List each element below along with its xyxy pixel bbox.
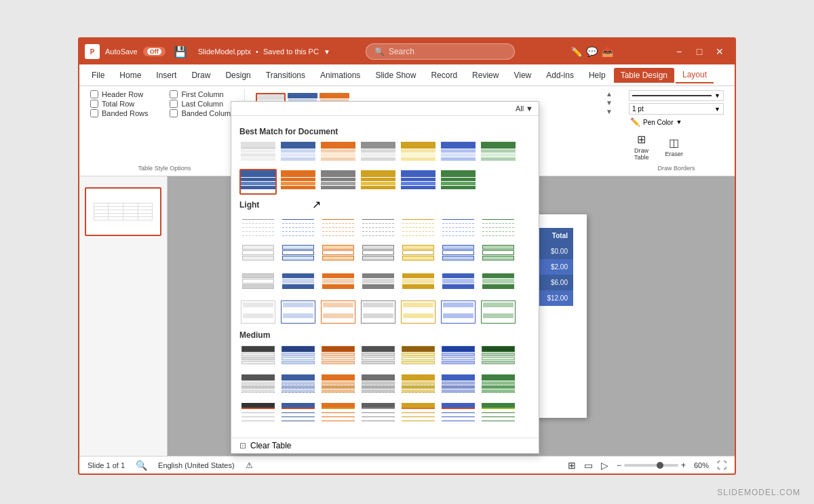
tab-record[interactable]: Record [424, 68, 464, 83]
clear-table-button[interactable]: ⊡ Clear Table [231, 438, 539, 453]
light-green-fill[interactable] [480, 271, 517, 296]
style-yellow2-header[interactable] [360, 169, 397, 195]
medium-green3[interactable] [480, 401, 517, 427]
medium-green2[interactable] [480, 372, 517, 398]
light-yellow-fill[interactable] [400, 271, 437, 296]
medium-blue3[interactable] [279, 401, 317, 427]
tab-help[interactable]: Help [582, 68, 613, 83]
medium-plain[interactable] [239, 344, 277, 370]
styles-scroll-up[interactable]: ▲ [606, 90, 613, 98]
tab-tabledesign[interactable]: Table Design [614, 68, 674, 83]
medium-orange[interactable] [319, 344, 357, 370]
light-plain-border[interactable] [239, 242, 277, 268]
eraser-button[interactable]: ◫ Eraser [660, 130, 689, 163]
banded-columns-check[interactable]: Banded Columns [170, 109, 238, 117]
style-green2-header[interactable] [440, 169, 477, 195]
medium-plain2[interactable] [239, 372, 277, 398]
light-blue-lines[interactable] [279, 214, 317, 239]
banded-rows-check[interactable]: Banded Rows [90, 109, 159, 117]
maximize-button[interactable]: □ [690, 42, 709, 61]
fit-slide-icon[interactable]: ⛶ [717, 460, 726, 471]
light-yellow-alt[interactable] [400, 299, 437, 325]
total-row-checkbox[interactable] [90, 100, 98, 108]
medium-orange2[interactable] [319, 372, 357, 398]
light-plain-alt[interactable] [239, 299, 277, 325]
medium-blue2b[interactable] [440, 372, 477, 398]
light-blue2-fill[interactable] [440, 271, 477, 296]
style-green-header[interactable] [480, 140, 517, 166]
light-blue2-border[interactable] [440, 242, 477, 268]
first-column-check[interactable]: First Column [170, 90, 238, 98]
styles-expand[interactable]: ▼ [606, 108, 613, 115]
tab-file[interactable]: File [85, 68, 111, 83]
light-orange-border[interactable] [319, 242, 357, 268]
medium-yellow3[interactable] [400, 401, 437, 427]
medium-blue2r[interactable] [279, 372, 317, 398]
medium-gray3[interactable] [360, 401, 397, 427]
light-orange-fill[interactable] [319, 271, 357, 296]
zoom-percent[interactable]: 60% [694, 461, 709, 469]
autosave-toggle[interactable]: Off [143, 47, 166, 56]
tab-draw[interactable]: Draw [185, 68, 217, 83]
zoom-track[interactable] [624, 464, 678, 467]
light-green-lines[interactable] [480, 214, 517, 239]
total-row-check[interactable]: Total Row [90, 100, 159, 108]
style-orange-header[interactable] [319, 140, 357, 166]
medium-orange3[interactable] [319, 401, 357, 427]
share-icon[interactable]: 📤 [602, 46, 613, 57]
style-blue2-header[interactable] [440, 140, 477, 166]
medium-blue2[interactable] [440, 344, 477, 370]
save-icon[interactable]: 💾 [174, 45, 187, 58]
tab-transitions[interactable]: Transitions [259, 68, 312, 83]
banded-columns-checkbox[interactable] [170, 109, 178, 117]
header-row-checkbox[interactable] [90, 90, 98, 98]
style-plain-white[interactable] [239, 140, 277, 166]
style-gray-header[interactable] [360, 140, 397, 166]
tab-animations[interactable]: Animations [313, 68, 367, 83]
filter-button[interactable]: All ▼ [516, 104, 533, 113]
view-presenter-icon[interactable]: ▷ [601, 460, 608, 471]
style-selected-blue[interactable] [239, 169, 277, 195]
tab-layout[interactable]: Layout [676, 67, 714, 83]
tab-review[interactable]: Review [465, 68, 505, 83]
light-plain-fill[interactable] [239, 271, 277, 296]
tab-view[interactable]: View [507, 68, 538, 83]
tab-home[interactable]: Home [113, 68, 148, 83]
zoom-minus-icon[interactable]: − [617, 461, 621, 470]
minimize-button[interactable]: − [670, 42, 689, 61]
dropdown-scroll-area[interactable]: Best Match for Document [231, 116, 539, 438]
slide-1-thumbnail[interactable] [85, 187, 161, 236]
first-column-checkbox[interactable] [170, 90, 178, 98]
last-column-check[interactable]: Last Column [170, 100, 238, 108]
light-gray-border[interactable] [360, 242, 397, 268]
draw-table-button[interactable]: ⊞ DrawTable [629, 130, 655, 163]
medium-yellow[interactable] [400, 344, 437, 370]
medium-yellow2[interactable] [400, 372, 437, 398]
view-grid-icon[interactable]: ⊞ [568, 460, 576, 471]
search-input[interactable] [389, 47, 497, 56]
light-blue-alt[interactable] [279, 299, 317, 325]
style-blue3-header[interactable] [279, 169, 317, 195]
zoom-thumb[interactable] [657, 462, 663, 469]
search-box[interactable]: 🔍 [366, 43, 515, 60]
style-indigo-header[interactable] [400, 169, 437, 195]
light-yellow-border[interactable] [400, 242, 437, 268]
light-plain[interactable] [239, 214, 277, 239]
medium-blue[interactable] [279, 344, 317, 370]
light-green-border[interactable] [480, 242, 517, 268]
view-slide-icon[interactable]: ▭ [584, 460, 593, 471]
light-blue2-alt[interactable] [440, 299, 477, 325]
light-yellow-lines[interactable] [400, 214, 437, 239]
table-style-dropdown[interactable]: All ▼ Best Match for Document [231, 101, 539, 454]
light-orange-alt[interactable] [319, 299, 357, 325]
zoom-slider[interactable]: − + [617, 461, 686, 470]
style-yellow-header[interactable] [400, 140, 437, 166]
light-green-alt[interactable] [480, 299, 517, 325]
pen-icon[interactable]: ✏️ [570, 46, 582, 57]
tab-design[interactable]: Design [218, 68, 257, 83]
style-gray2-header[interactable] [319, 169, 357, 195]
style-blue-header[interactable] [279, 140, 317, 166]
styles-scroll-down[interactable]: ▼ [606, 99, 613, 106]
banded-rows-checkbox[interactable] [90, 109, 98, 117]
light-blue2-lines[interactable] [440, 214, 477, 239]
